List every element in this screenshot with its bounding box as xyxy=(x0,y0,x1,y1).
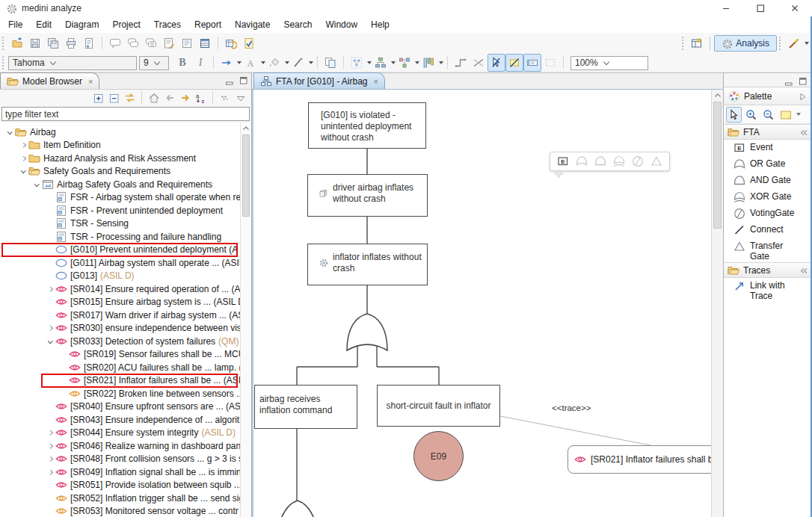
menu-window[interactable]: Window xyxy=(319,18,364,31)
minimize-view-icon[interactable] xyxy=(784,75,793,87)
tree-item[interactable]: [SR021] Inflator failures shall be ... (… xyxy=(0,374,240,388)
layout-network-button[interactable] xyxy=(348,54,366,72)
or-gate-shape[interactable] xyxy=(347,314,387,350)
tree-item[interactable]: TSR - Processing and failure handling xyxy=(0,230,240,244)
palette-item-connect[interactable]: Connect xyxy=(724,222,812,238)
close-icon[interactable]: × xyxy=(88,77,93,86)
float-and-icon[interactable] xyxy=(594,155,606,167)
link-with-editor-button[interactable] xyxy=(122,90,138,105)
check-document-button[interactable] xyxy=(240,34,258,52)
sort-az-button[interactable]: az xyxy=(193,90,209,105)
top-event-node[interactable]: [G010] is violated - unintented deployme… xyxy=(308,102,426,149)
tree-item[interactable]: [SR014] Ensure required operation of ...… xyxy=(0,282,240,296)
fta-editor-tab[interactable]: FTA for [G010] - Airbag × xyxy=(253,72,385,89)
menu-file[interactable]: File xyxy=(1,18,29,31)
font-size-combo[interactable]: 9 xyxy=(139,56,169,70)
model-browser-tab[interactable]: Model Browser × xyxy=(0,72,99,89)
dropdown-arrow-icon[interactable] xyxy=(439,61,443,64)
menu-diagram[interactable]: Diagram xyxy=(58,18,105,31)
tree-item[interactable]: [SR049] Inflation signal shall be ... is… xyxy=(0,465,240,479)
menu-traces[interactable]: Traces xyxy=(147,18,188,31)
collapse-all-button[interactable] xyxy=(106,90,122,105)
tree-item[interactable]: [SR022] Broken line between sensors ... xyxy=(0,387,240,400)
report-button[interactable] xyxy=(80,34,98,52)
menu-dots-button[interactable] xyxy=(217,90,233,105)
quick-fix-button[interactable] xyxy=(785,34,803,52)
basic-event-node-right[interactable]: short-circuit fault in inflator xyxy=(377,385,500,427)
minimize-button[interactable] xyxy=(709,0,743,16)
expand-all-button[interactable] xyxy=(90,90,106,105)
filter-input[interactable]: type filter text xyxy=(1,107,250,121)
palette-item-and-gate[interactable]: AND Gate xyxy=(724,173,812,189)
float-xor-icon[interactable] xyxy=(613,155,625,167)
note-tool[interactable] xyxy=(778,107,793,123)
tree-toggle[interactable] xyxy=(45,322,55,335)
palette-item-or-gate[interactable]: OR Gate xyxy=(724,156,812,173)
tree-item[interactable]: Safety Goals and Requirements xyxy=(0,165,240,179)
tree-toggle[interactable] xyxy=(18,165,28,179)
tree-item[interactable]: [G010] Prevent unintended deployment (A xyxy=(0,244,240,257)
tree-item[interactable]: Airbag xyxy=(0,126,240,139)
palette-item-xor-gate[interactable]: XOR Gate xyxy=(724,189,812,205)
print-button[interactable] xyxy=(62,34,80,52)
tree-item[interactable]: [SR046] Realize warning in dashboard pan… xyxy=(0,439,240,453)
arrow-line-button[interactable] xyxy=(218,54,236,72)
bold-button[interactable]: B xyxy=(173,54,191,72)
zoom-combo[interactable]: 100% xyxy=(570,56,648,70)
maximize-button[interactable] xyxy=(743,0,778,16)
intermediate-event-node-1[interactable]: driver airbag inflates without crash xyxy=(307,174,428,217)
intermediate-event-node-2[interactable]: inflator inflates without crash xyxy=(307,244,428,285)
menu-report[interactable]: Report xyxy=(188,18,228,31)
editor-scrollbar[interactable] xyxy=(711,90,723,517)
scrollbar-thumb[interactable] xyxy=(242,134,250,217)
font-color-button[interactable]: A xyxy=(242,54,259,72)
chat-group-button[interactable] xyxy=(142,34,160,52)
layout-flow-button[interactable] xyxy=(396,54,413,72)
task-button[interactable] xyxy=(178,34,196,52)
home-button[interactable] xyxy=(146,90,162,105)
float-or-icon[interactable] xyxy=(576,155,588,167)
palette-item-transfer-gate[interactable]: Transfer Gate xyxy=(724,238,812,262)
or-gate-shape-bottom[interactable] xyxy=(275,501,320,517)
dropdown-arrow-icon[interactable] xyxy=(796,113,801,116)
tree-item[interactable]: [SR043] Ensure independence of ... algor… xyxy=(0,413,240,427)
menu-project[interactable]: Project xyxy=(105,18,147,31)
open-perspective-button[interactable] xyxy=(688,34,706,52)
italic-button[interactable]: I xyxy=(191,54,209,72)
tree-item[interactable]: [G013](ASIL D) xyxy=(0,270,240,283)
chat-button[interactable] xyxy=(124,34,142,52)
tree-item[interactable]: FSR - Airbag system shall operate when r… xyxy=(0,191,240,205)
font-family-combo[interactable]: Tahoma xyxy=(8,56,137,70)
tree-toggle[interactable] xyxy=(45,465,55,479)
layout-compact-button[interactable] xyxy=(419,54,437,72)
tree-item[interactable]: [SR033] Detection of system failures(QM) xyxy=(0,335,240,348)
palette-item-event[interactable]: EEvent xyxy=(724,140,812,156)
tree-item[interactable]: TSR - Sensing xyxy=(0,217,240,231)
menu-help[interactable]: Help xyxy=(364,18,396,31)
palette-header[interactable]: Palette xyxy=(724,87,812,105)
forward-button[interactable] xyxy=(177,90,193,105)
tree-toggle[interactable] xyxy=(45,335,55,348)
comment-button[interactable] xyxy=(106,34,124,52)
tree-item[interactable]: [SR051] Provide isolation between squib … xyxy=(0,479,240,492)
basic-event-node-left[interactable]: airbag receives inflation command xyxy=(254,385,357,429)
tree-item[interactable]: [SR048] Front collision sensors ... g > … xyxy=(0,453,240,466)
tree-item[interactable]: FSR - Prevent unintended deployment xyxy=(0,204,240,217)
tree-item[interactable]: [SR052] Inflation trigger shall be ... s… xyxy=(0,492,240,505)
tree-toggle[interactable] xyxy=(45,439,55,453)
route-direct-button[interactable] xyxy=(470,54,487,72)
maximize-view-icon[interactable] xyxy=(798,75,808,87)
dropdown-arrow-icon[interactable] xyxy=(805,42,809,45)
dropdown-arrow-icon[interactable] xyxy=(309,61,313,64)
tree-toggle[interactable] xyxy=(4,126,15,139)
basic-event-circle[interactable]: E09 xyxy=(413,431,464,481)
menu-navigate[interactable]: Navigate xyxy=(228,18,277,31)
tree-item[interactable]: [SR017] Warn driver if airbag system ...… xyxy=(0,309,240,322)
palette-drawer-fta[interactable]: FTA xyxy=(724,124,812,140)
zoom-in-tool[interactable] xyxy=(743,107,759,123)
maximize-view-icon[interactable] xyxy=(239,75,248,85)
float-transfer-icon[interactable] xyxy=(650,155,662,167)
minimize-view-icon[interactable] xyxy=(224,75,234,85)
new-wizard-button[interactable] xyxy=(8,34,26,52)
fill-color-button[interactable] xyxy=(265,54,283,72)
